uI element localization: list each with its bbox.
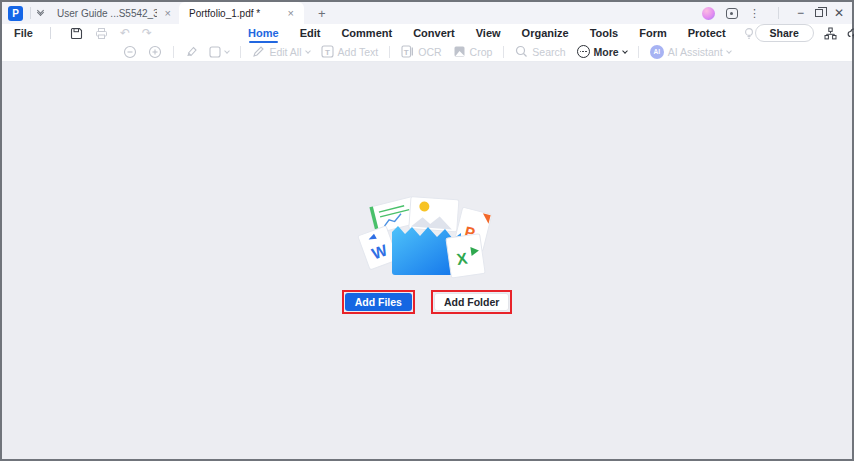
divider: [503, 46, 504, 58]
crop-tool: Crop: [453, 45, 493, 58]
quick-actions: ↶ ↷: [43, 26, 152, 40]
save-icon[interactable]: [70, 27, 83, 40]
ai-assistant-tool: AI AI Assistant: [650, 45, 731, 59]
add-text-label: Add Text: [338, 46, 379, 58]
tab-label: Portfolio_1.pdf *: [189, 8, 260, 19]
print-icon: [95, 27, 108, 40]
add-folder-annotation: Add Folder: [431, 290, 512, 314]
feedback-icon[interactable]: [726, 8, 738, 19]
menubar-right: Share: [755, 24, 854, 42]
menubar: File ↶ ↷ Home Edit Comment Convert View …: [2, 24, 852, 42]
tab-portfolio[interactable]: Portfolio_1.pdf * ×: [179, 2, 304, 24]
svg-text:T: T: [325, 48, 330, 57]
more-tool[interactable]: More: [577, 45, 627, 58]
divider: [778, 7, 779, 19]
cloud-upload-icon[interactable]: [847, 27, 854, 40]
highlighter-icon: [185, 45, 198, 58]
lightbulb-icon: [743, 27, 755, 40]
menu-file[interactable]: File: [14, 27, 33, 39]
search-label: Search: [532, 46, 565, 58]
divider: [30, 7, 31, 19]
toolbar: Edit All T Add Text T OCR Crop Search Mo…: [2, 42, 852, 62]
share-button[interactable]: Share: [755, 24, 814, 42]
menu-form[interactable]: Form: [639, 27, 667, 39]
menu-convert[interactable]: Convert: [413, 27, 455, 39]
tab-list-chevron-icon[interactable]: [38, 11, 43, 15]
app-logo: P: [8, 6, 23, 21]
ai-icon: AI: [650, 45, 664, 59]
combine-files-illustration: W P X: [352, 190, 502, 280]
portfolio-empty-state: W P X: [2, 62, 852, 459]
divider: [389, 46, 390, 58]
add-files-button[interactable]: Add Files: [345, 293, 412, 311]
edit-all-tool: Edit All: [252, 45, 309, 58]
menu-organize[interactable]: Organize: [522, 27, 569, 39]
app-logo-letter: P: [12, 8, 19, 19]
divider: [50, 27, 51, 39]
share-nodes-icon[interactable]: [824, 27, 837, 40]
menu-tools[interactable]: Tools: [590, 27, 619, 39]
titlebar: P User Guide ...S5542_3.pdf × Portfolio_…: [2, 2, 852, 24]
close-button[interactable]: ✕: [834, 6, 844, 20]
menu-comment[interactable]: Comment: [341, 27, 392, 39]
crop-label: Crop: [470, 46, 493, 58]
undo-icon: ↶: [120, 26, 130, 40]
svg-text:T: T: [404, 48, 409, 57]
ellipsis-icon: [577, 45, 590, 58]
restore-button[interactable]: [815, 9, 823, 17]
menu-view[interactable]: View: [476, 27, 501, 39]
menu-home[interactable]: Home: [248, 27, 279, 39]
user-avatar[interactable]: [702, 7, 715, 20]
add-files-label: Add Files: [355, 296, 402, 308]
share-label: Share: [770, 27, 799, 39]
divider: [240, 46, 241, 58]
add-folder-button[interactable]: Add Folder: [434, 293, 509, 311]
new-tab-button[interactable]: +: [314, 6, 330, 21]
add-folder-label: Add Folder: [444, 296, 499, 308]
minimize-button[interactable]: −: [797, 6, 804, 20]
redo-icon: ↷: [142, 26, 152, 40]
divider: [173, 46, 174, 58]
divider: [638, 46, 639, 58]
app-window: P User Guide ...S5542_3.pdf × Portfolio_…: [0, 0, 854, 461]
shape-tool-icon: [209, 46, 229, 58]
add-files-annotation: Add Files: [342, 290, 415, 314]
ai-assistant-label: AI Assistant: [668, 46, 723, 58]
add-text-tool: T Add Text: [321, 45, 379, 58]
search-tool: Search: [515, 45, 565, 58]
zoom-in-icon: [148, 45, 162, 59]
more-label: More: [594, 46, 619, 58]
tab-close-icon[interactable]: ×: [288, 7, 294, 19]
menu-edit[interactable]: Edit: [300, 27, 321, 39]
tab-user-guide[interactable]: User Guide ...S5542_3.pdf ×: [49, 2, 179, 24]
edit-all-label: Edit All: [269, 46, 301, 58]
ocr-tool: T OCR: [401, 45, 441, 58]
zoom-out-icon: [123, 45, 137, 59]
titlebar-right: ⋮ − ✕: [702, 6, 852, 20]
tab-label: User Guide ...S5542_3.pdf: [57, 8, 157, 19]
ai-badge-label: AI: [653, 48, 660, 55]
menu-items: Home Edit Comment Convert View Organize …: [248, 27, 755, 40]
action-buttons: Add Files Add Folder: [342, 290, 513, 314]
menu-protect[interactable]: Protect: [688, 27, 726, 39]
kebab-menu-icon[interactable]: ⋮: [749, 7, 760, 20]
tab-close-icon[interactable]: ×: [165, 7, 171, 19]
ocr-label: OCR: [418, 46, 441, 58]
